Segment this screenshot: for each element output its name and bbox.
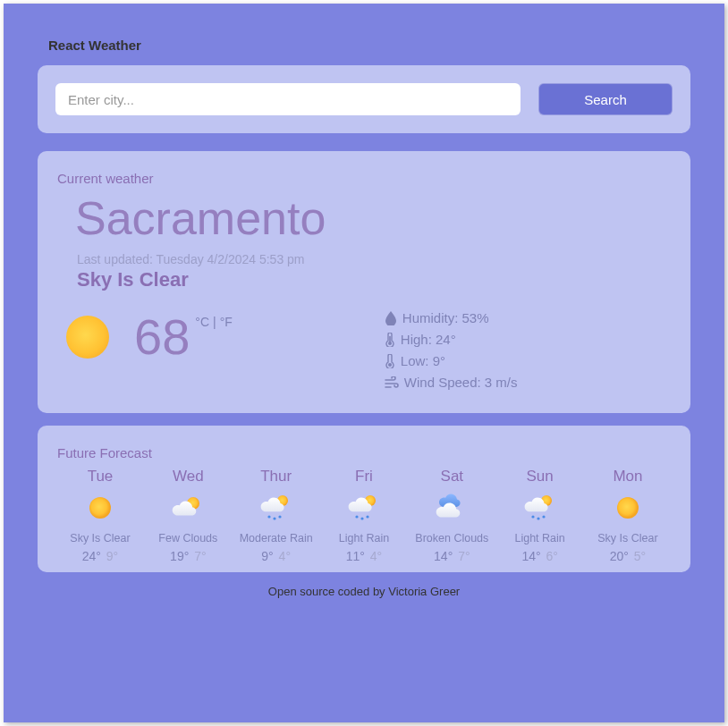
forecast-day-name: Tue bbox=[57, 468, 143, 485]
forecast-row: TueSky Is Clear24° 9°WedFew Clouds19° 7°… bbox=[57, 468, 671, 563]
svg-rect-7 bbox=[389, 336, 391, 342]
wind-icon bbox=[385, 376, 399, 389]
sun-icon bbox=[610, 493, 646, 523]
forecast-day: TueSky Is Clear24° 9° bbox=[57, 468, 143, 563]
forecast-temps: 14° 7° bbox=[409, 549, 495, 563]
thermometer-low-icon bbox=[385, 354, 395, 368]
footer-text: Open source coded by Victoria Greer bbox=[38, 585, 690, 598]
forecast-day-name: Fri bbox=[321, 468, 407, 485]
city-name: Sacramento bbox=[75, 191, 671, 245]
forecast-condition: Broken Clouds bbox=[409, 532, 495, 545]
forecast-temps: 11° 4° bbox=[321, 549, 407, 563]
forecast-temps: 20° 5° bbox=[585, 549, 671, 563]
search-button[interactable]: Search bbox=[538, 83, 673, 115]
forecast-condition: Light Rain bbox=[321, 532, 407, 545]
search-input[interactable] bbox=[55, 83, 521, 115]
metrics-block: Humidity: 53% High: 24° Low: 9° Wind Spe… bbox=[385, 308, 518, 393]
forecast-condition: Sky Is Clear bbox=[57, 532, 143, 545]
search-bar: Search bbox=[38, 65, 690, 133]
forecast-day-name: Mon bbox=[585, 468, 671, 485]
last-updated: Last updated: Tuesday 4/2/2024 5:53 pm bbox=[77, 252, 671, 266]
unit-fahrenheit[interactable]: °F bbox=[220, 315, 233, 329]
wind-text: Wind Speed: 3 m/s bbox=[404, 372, 518, 393]
section-label-forecast: Future Forecast bbox=[57, 445, 671, 460]
forecast-day: SunLight Rain14° 6° bbox=[497, 468, 583, 563]
clouds-icon bbox=[434, 493, 470, 523]
forecast-day-name: Wed bbox=[145, 468, 231, 485]
forecast-day: ThurModerate Rain9° 4° bbox=[233, 468, 319, 563]
humidity-text: Humidity: 53% bbox=[402, 308, 489, 329]
app-title: React Weather bbox=[48, 38, 690, 53]
forecast-day: SatBroken Clouds14° 7° bbox=[409, 468, 495, 563]
forecast-temps: 24° 9° bbox=[57, 549, 143, 563]
section-label-current: Current weather bbox=[57, 171, 671, 186]
forecast-condition: Light Rain bbox=[497, 532, 583, 545]
condition-text: Sky Is Clear bbox=[77, 268, 671, 291]
forecast-condition: Sky Is Clear bbox=[585, 532, 671, 545]
forecast-temps: 14° 6° bbox=[497, 549, 583, 563]
forecast-day: MonSky Is Clear20° 5° bbox=[585, 468, 671, 563]
svg-point-8 bbox=[388, 363, 392, 367]
temperature-value: 68 °C | °F bbox=[134, 308, 233, 366]
current-weather-card: Current weather Sacramento Last updated:… bbox=[38, 151, 690, 413]
high-text: High: 24° bbox=[401, 329, 456, 350]
low-text: Low: 9° bbox=[401, 350, 445, 372]
forecast-day-name: Sun bbox=[497, 468, 583, 485]
forecast-condition: Moderate Rain bbox=[233, 532, 319, 545]
forecast-card: Future Forecast TueSky Is Clear24° 9°Wed… bbox=[38, 426, 690, 572]
app-root: React Weather Search Current weather Sac… bbox=[4, 4, 724, 722]
forecast-day: WedFew Clouds19° 7° bbox=[145, 468, 231, 563]
forecast-temps: 9° 4° bbox=[233, 549, 319, 563]
unit-celsius[interactable]: °C bbox=[195, 315, 209, 329]
rain-sun-icon bbox=[346, 493, 382, 523]
sun-icon bbox=[66, 316, 109, 359]
temp-block: 68 °C | °F bbox=[66, 308, 233, 366]
forecast-day-name: Thur bbox=[233, 468, 319, 485]
sun-icon bbox=[82, 493, 118, 523]
rain-sun-icon bbox=[258, 493, 294, 523]
thermometer-high-icon bbox=[385, 333, 395, 347]
forecast-day-name: Sat bbox=[409, 468, 495, 485]
rain-sun-icon bbox=[522, 493, 558, 523]
few-clouds-icon bbox=[170, 493, 206, 523]
forecast-condition: Few Clouds bbox=[145, 532, 231, 545]
temp-number: 68 bbox=[134, 308, 190, 366]
humidity-icon bbox=[385, 311, 397, 325]
forecast-day: FriLight Rain11° 4° bbox=[321, 468, 407, 563]
forecast-temps: 19° 7° bbox=[145, 549, 231, 563]
unit-separator: | bbox=[213, 315, 216, 329]
unit-toggle: °C | °F bbox=[195, 315, 233, 329]
